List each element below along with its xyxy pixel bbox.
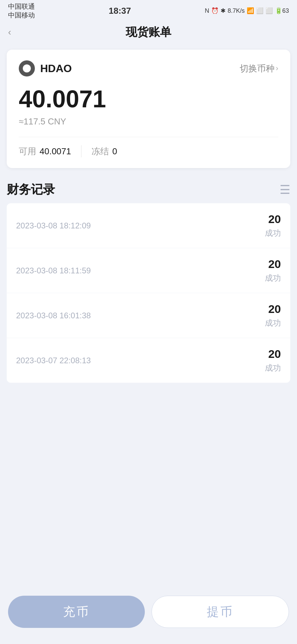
carrier-info: 中国联通 中国移动 <box>8 2 35 19</box>
bluetooth-icon: ✱ <box>221 7 226 14</box>
status-icons: N ⏰ ✱ 8.7K/s 📶 ⬜ ⬜ 🔋63 <box>205 7 289 14</box>
battery-icon: 🔋63 <box>275 7 289 14</box>
switch-currency-button[interactable]: 切换币种 › <box>240 63 278 74</box>
account-card: HDAO 切换币种 › 40.0071 ≈117.5 CNY 可用 40.007… <box>7 50 290 168</box>
page-header: ‹ 现货账单 <box>0 20 297 44</box>
page-title: 现货账单 <box>126 24 171 40</box>
record-right: 20 成功 <box>265 303 281 328</box>
record-status: 成功 <box>265 318 281 328</box>
speed-text: 8.7K/s <box>228 7 245 14</box>
wifi-icon: 📶 <box>247 7 254 14</box>
coin-icon-inner <box>23 64 31 72</box>
bottom-buttons: 充币 提币 <box>0 588 297 644</box>
record-status: 成功 <box>265 273 281 283</box>
signal-icon: N <box>205 7 209 14</box>
balance-divider <box>81 145 81 157</box>
alarm-icon: ⏰ <box>211 7 219 14</box>
frozen-label: 冻结 <box>92 146 109 157</box>
records-title: 财务记录 <box>7 181 55 198</box>
available-item: 可用 40.0071 <box>19 146 71 157</box>
record-amount: 20 <box>265 347 281 361</box>
table-row[interactable]: 2023-03-07 22:08:13 20 成功 <box>7 338 290 383</box>
record-date: 2023-03-08 18:12:09 <box>16 221 91 230</box>
records-filter-icon[interactable]: ☰ <box>280 183 290 197</box>
record-date: 2023-03-08 18:11:59 <box>16 266 91 275</box>
record-right: 20 成功 <box>265 258 281 283</box>
record-amount: 20 <box>265 258 281 271</box>
record-date: 2023-03-07 22:08:13 <box>16 356 91 365</box>
coin-name: HDAO <box>40 62 72 75</box>
4g-icon2: ⬜ <box>265 7 273 14</box>
frozen-item: 冻结 0 <box>92 146 117 157</box>
record-date: 2023-03-08 16:01:38 <box>16 311 91 320</box>
records-header: 财务记录 ☰ <box>7 175 290 203</box>
withdraw-button[interactable]: 提币 <box>152 596 289 628</box>
balance-cny: ≈117.5 CNY <box>19 116 278 127</box>
coin-row: HDAO 切换币种 › <box>19 60 278 76</box>
carrier1: 中国联通 <box>8 2 35 11</box>
status-bar: 中国联通 中国移动 18:37 N ⏰ ✱ 8.7K/s 📶 ⬜ ⬜ 🔋63 <box>0 0 297 20</box>
table-row[interactable]: 2023-03-08 18:12:09 20 成功 <box>7 203 290 248</box>
record-amount: 20 <box>265 213 281 226</box>
4g-icon1: ⬜ <box>256 7 263 14</box>
record-right: 20 成功 <box>265 347 281 373</box>
records-list: 2023-03-08 18:12:09 20 成功 2023-03-08 18:… <box>7 203 290 383</box>
back-button[interactable]: ‹ <box>8 27 11 38</box>
record-status: 成功 <box>265 228 281 238</box>
table-row[interactable]: 2023-03-08 18:11:59 20 成功 <box>7 248 290 293</box>
record-amount: 20 <box>265 303 281 316</box>
balance-amount: 40.0071 <box>19 86 278 112</box>
charge-button[interactable]: 充币 <box>8 596 145 628</box>
available-value: 40.0071 <box>40 146 71 157</box>
carrier2: 中国移动 <box>8 11 35 19</box>
available-label: 可用 <box>19 146 36 157</box>
balance-detail: 可用 40.0071 冻结 0 <box>19 137 278 157</box>
switch-currency-label: 切换币种 <box>240 63 275 74</box>
record-status: 成功 <box>265 363 281 373</box>
status-time: 18:37 <box>109 6 131 16</box>
records-section: 财务记录 ☰ 2023-03-08 18:12:09 20 成功 2023-03… <box>0 175 297 513</box>
coin-info: HDAO <box>19 60 72 76</box>
coin-icon <box>19 60 35 76</box>
chevron-right-icon: › <box>276 64 278 73</box>
table-row[interactable]: 2023-03-08 16:01:38 20 成功 <box>7 293 290 338</box>
frozen-value: 0 <box>112 146 117 157</box>
record-right: 20 成功 <box>265 213 281 238</box>
